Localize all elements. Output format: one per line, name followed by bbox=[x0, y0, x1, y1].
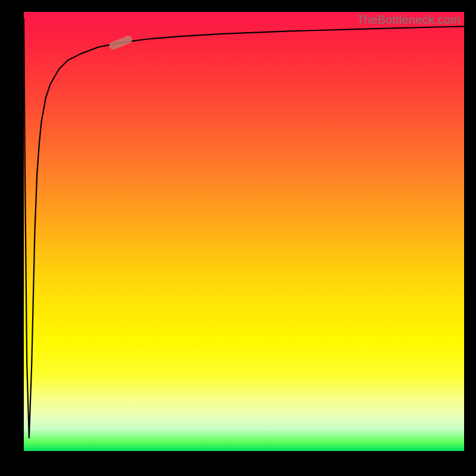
plot-area: TheBottleneck.com bbox=[24, 12, 464, 451]
chart-frame: TheBottleneck.com bbox=[0, 0, 476, 476]
curve-marker bbox=[108, 35, 133, 51]
curve-svg bbox=[24, 12, 464, 451]
bottleneck-curve-path bbox=[24, 18, 464, 438]
svg-rect-0 bbox=[108, 35, 133, 51]
